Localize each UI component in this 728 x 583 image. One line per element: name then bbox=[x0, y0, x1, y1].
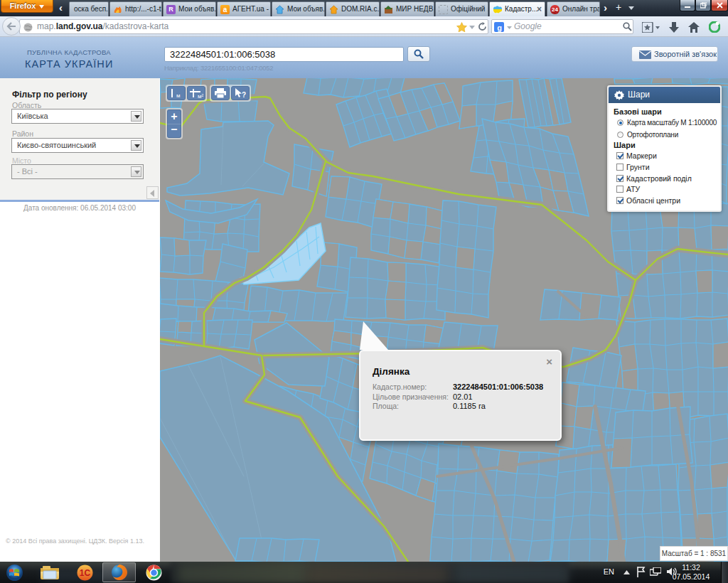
svg-text:g: g bbox=[497, 23, 502, 32]
svg-text:?: ? bbox=[242, 91, 246, 99]
svg-text:м²: м² bbox=[198, 93, 204, 99]
svg-text:м: м bbox=[176, 92, 181, 98]
svg-text:1С: 1С bbox=[80, 568, 91, 578]
